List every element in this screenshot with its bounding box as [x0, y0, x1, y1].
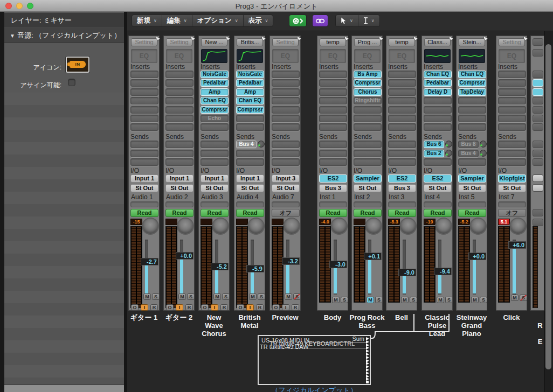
- automation-mode-button[interactable]: Read: [130, 209, 158, 217]
- assignable-checkbox[interactable]: [68, 79, 75, 86]
- insert-slot[interactable]: [165, 123, 193, 131]
- eq-button[interactable]: EQ: [166, 49, 192, 63]
- insert-slot[interactable]: [319, 123, 347, 131]
- setting-button[interactable]: temp: [389, 38, 415, 46]
- record-enable-button[interactable]: R: [292, 304, 299, 311]
- insert-slot[interactable]: [424, 106, 452, 114]
- insert-slot[interactable]: [201, 123, 229, 131]
- input-monitor-button[interactable]: I: [176, 304, 183, 311]
- send-knob[interactable]: [445, 150, 452, 157]
- solo-button[interactable]: S: [187, 293, 195, 300]
- output-slot-button[interactable]: Bus 3: [388, 184, 416, 192]
- insert-slot[interactable]: [165, 97, 193, 104]
- insert-slot[interactable]: [498, 123, 526, 131]
- layer-header[interactable]: レイヤー: ミキサー: [4, 13, 124, 27]
- solo-button[interactable]: S: [222, 293, 230, 300]
- setting-button[interactable]: Stein...: [459, 38, 485, 46]
- fader-fill[interactable]: [473, 255, 476, 293]
- pan-knob[interactable]: [142, 218, 159, 235]
- send-slot[interactable]: [388, 141, 416, 148]
- record-enable-button[interactable]: R: [256, 304, 264, 311]
- setting-button[interactable]: Britis...: [237, 38, 263, 46]
- send-slot[interactable]: [236, 150, 264, 157]
- send-slot[interactable]: [272, 158, 300, 166]
- send-knob[interactable]: [258, 141, 265, 148]
- insert-slot[interactable]: [354, 115, 382, 122]
- object-icon-button[interactable]: IN: [66, 57, 89, 73]
- group-slot[interactable]: [165, 201, 193, 207]
- input-slot-button[interactable]: ES2: [424, 174, 452, 183]
- insert-slot[interactable]: [498, 97, 526, 104]
- insert-slot[interactable]: [424, 97, 452, 104]
- output-slot-button[interactable]: St Out: [236, 184, 264, 192]
- insert-slot[interactable]: [130, 79, 158, 87]
- eq-button[interactable]: EQ: [354, 49, 381, 63]
- insert-slot[interactable]: [319, 88, 347, 96]
- eq-button[interactable]: EQ: [320, 49, 346, 63]
- insert-slot[interactable]: [319, 97, 347, 104]
- solo-button[interactable]: S: [258, 293, 265, 300]
- group-slot[interactable]: [498, 201, 526, 207]
- send-slot[interactable]: [354, 150, 382, 157]
- mute-button[interactable]: M: [401, 297, 409, 303]
- send-slot[interactable]: [388, 150, 416, 157]
- bounce-button[interactable]: O: [131, 304, 139, 311]
- physical-input-object[interactable]: US-16x08 MIDI IN TR taktile-49 KEYBOARD/…: [258, 335, 371, 385]
- group-slot[interactable]: [354, 201, 382, 207]
- insert-slot[interactable]: [319, 106, 347, 114]
- send-slot[interactable]: [201, 158, 229, 166]
- send-slot[interactable]: [165, 158, 193, 166]
- insert-slot[interactable]: Comprssr: [458, 79, 486, 87]
- pan-knob[interactable]: [399, 218, 417, 235]
- insert-slot[interactable]: [498, 106, 526, 114]
- insert-slot[interactable]: [319, 79, 347, 87]
- send-knob[interactable]: [480, 141, 487, 148]
- insert-slot[interactable]: NoisGate: [236, 71, 264, 78]
- input-monitor-button[interactable]: I: [246, 304, 254, 311]
- setting-button[interactable]: New ...: [201, 38, 227, 46]
- output-slot-button[interactable]: St Out: [201, 184, 229, 192]
- insert-slot[interactable]: [272, 115, 300, 122]
- insert-slot[interactable]: [319, 115, 347, 122]
- insert-slot[interactable]: Amp: [236, 88, 264, 96]
- insert-slot[interactable]: Bs Amp: [354, 71, 382, 78]
- group-slot[interactable]: [424, 201, 452, 207]
- input-slot-button[interactable]: ES2: [388, 174, 416, 183]
- mute-button[interactable]: M: [285, 293, 292, 300]
- insert-slot[interactable]: Chan EQ: [236, 97, 264, 104]
- insert-slot[interactable]: [388, 106, 416, 114]
- pan-knob[interactable]: [365, 218, 382, 235]
- automation-mode-button[interactable]: Read: [165, 209, 193, 217]
- record-enable-button[interactable]: R: [220, 304, 228, 311]
- setting-button[interactable]: temp: [320, 38, 346, 46]
- eq-button[interactable]: EQ: [131, 49, 157, 63]
- insert-slot[interactable]: [458, 106, 486, 114]
- input-monitor-button[interactable]: I: [282, 304, 289, 311]
- insert-slot[interactable]: [165, 106, 193, 114]
- send-slot[interactable]: [201, 141, 229, 148]
- insert-slot[interactable]: Comprssr: [201, 106, 229, 114]
- insert-slot[interactable]: [272, 79, 300, 87]
- input-slot-button[interactable]: Sampler: [458, 174, 486, 183]
- insert-slot[interactable]: Comprssr: [236, 106, 264, 114]
- automation-mode-button[interactable]: オフ: [498, 209, 526, 217]
- insert-slot[interactable]: [319, 71, 347, 78]
- input-monitor-button[interactable]: I: [141, 304, 148, 311]
- group-slot[interactable]: [272, 201, 300, 207]
- input-slot-button[interactable]: Klopfgist: [498, 174, 526, 183]
- mute-button[interactable]: M: [367, 297, 374, 303]
- pan-knob[interactable]: [469, 218, 487, 235]
- send-slot[interactable]: [498, 141, 526, 148]
- insert-slot[interactable]: [130, 97, 158, 104]
- insert-slot[interactable]: Chorus: [354, 88, 382, 96]
- insert-slot[interactable]: [272, 106, 300, 114]
- send-slot[interactable]: Bus 8: [458, 141, 479, 148]
- send-slot[interactable]: [272, 150, 300, 157]
- eq-thumbnail[interactable]: [459, 49, 485, 63]
- send-slot[interactable]: [458, 158, 486, 166]
- solo-button[interactable]: S: [152, 293, 160, 300]
- pan-knob[interactable]: [435, 218, 452, 235]
- send-slot[interactable]: Bus 4: [458, 150, 479, 157]
- insert-slot[interactable]: [424, 123, 452, 131]
- insert-slot[interactable]: [354, 106, 382, 114]
